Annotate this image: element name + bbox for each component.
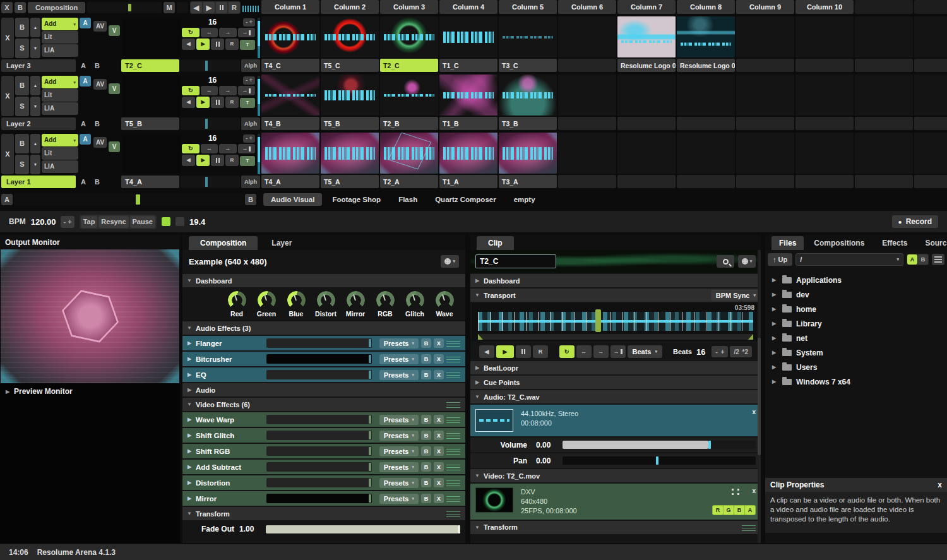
deck-a-toggle[interactable]: A: [907, 254, 917, 265]
layer-bypass-button[interactable]: B: [15, 76, 29, 95]
active-clip-name[interactable]: T2_C: [121, 59, 179, 72]
clip-slot[interactable]: [914, 16, 947, 72]
clip-slot[interactable]: [677, 74, 735, 130]
effect-row[interactable]: ▶ EQ Presets▾ B X: [182, 367, 465, 382]
clip-slot[interactable]: [736, 16, 794, 72]
blend-lia-select[interactable]: LIA: [42, 44, 78, 57]
layer-solo-button[interactable]: S: [15, 39, 29, 58]
effect-bypass-button[interactable]: B: [421, 370, 431, 379]
clip-pause-button[interactable]: [516, 345, 531, 358]
layer-transition-button[interactable]: T: [240, 156, 255, 166]
clip-loop-button[interactable]: ↻: [559, 345, 575, 358]
audio-toggle[interactable]: A: [80, 18, 91, 28]
effect-row[interactable]: ▶ Add Subtract Presets▾ B X: [182, 460, 465, 474]
crossfader-assign-b[interactable]: B: [91, 59, 104, 72]
clip-slot[interactable]: T1_A: [439, 133, 497, 188]
drag-handle-icon[interactable]: [446, 463, 460, 470]
clip-slot[interactable]: [855, 133, 913, 188]
beats-mode-dropdown[interactable]: Beats▾: [628, 345, 662, 358]
folder-row[interactable]: ▶ Windows 7 x64: [765, 374, 947, 389]
clip-slot[interactable]: [736, 133, 794, 188]
crossfader-assign-b[interactable]: B: [91, 176, 104, 188]
layer-clip-preview[interactable]: [122, 18, 181, 58]
browser-tab[interactable]: Files: [771, 236, 804, 250]
layer-clip-preview[interactable]: [122, 76, 181, 116]
clip-prev-button[interactable]: ◀: [479, 345, 494, 358]
dashboard-knob[interactable]: Glitch: [404, 291, 426, 318]
clip-slot[interactable]: T4_A: [261, 133, 319, 188]
layer-beats-value[interactable]: 16: [182, 76, 243, 85]
sync-mode-dropdown[interactable]: BPM Sync▾: [711, 290, 761, 301]
effect-bypass-button[interactable]: B: [421, 354, 431, 364]
tap-button[interactable]: Tap: [81, 216, 98, 228]
folder-row[interactable]: ▶ System: [765, 345, 947, 360]
effect-row[interactable]: ▶ Bitcrusher Presets▾ B X: [182, 352, 465, 366]
clip-slot[interactable]: T3_A: [499, 133, 557, 188]
remove-video-button[interactable]: x: [752, 487, 756, 494]
layer-name[interactable]: Layer 1: [1, 176, 76, 188]
effect-opacity-slider[interactable]: [266, 354, 372, 364]
layer-play-button[interactable]: ▶: [196, 97, 210, 108]
loop-mode-button[interactable]: ↻: [182, 28, 200, 37]
audio-effects-header[interactable]: ▼ Audio Effects (3): [182, 321, 465, 335]
clip-slot[interactable]: Resolume Logo 001: [677, 16, 735, 72]
clip-slot[interactable]: T5_A: [321, 133, 379, 188]
playhead[interactable]: [595, 309, 601, 332]
active-clip-name[interactable]: T4_A: [121, 176, 179, 188]
layer-resync-button[interactable]: R: [225, 155, 239, 166]
effect-row[interactable]: ▶ Wave Warp Presets▾ B X: [182, 412, 465, 427]
clip-name[interactable]: [855, 59, 913, 72]
drag-handle-icon[interactable]: [742, 524, 756, 531]
path-dropdown[interactable]: /▾: [795, 253, 903, 266]
crossfader-assign-a[interactable]: A: [77, 176, 90, 188]
layer-x-button[interactable]: X: [1, 18, 14, 58]
clip-hold-button[interactable]: →: [610, 345, 626, 358]
clip-name[interactable]: Resolume Logo 001: [677, 59, 735, 72]
video-toggle[interactable]: V: [109, 83, 120, 94]
folder-row[interactable]: ▶ Applications: [765, 273, 947, 287]
blend-lit-select[interactable]: Lit: [42, 147, 78, 160]
clip-name[interactable]: T4_C: [261, 59, 319, 72]
effect-remove-button[interactable]: X: [434, 370, 444, 379]
layer-solo-button[interactable]: S: [15, 155, 29, 174]
clip-name[interactable]: T3_C: [499, 59, 557, 72]
clip-slot[interactable]: [558, 16, 616, 72]
clip-slot[interactable]: [736, 74, 794, 130]
audiovisual-toggle[interactable]: AV: [93, 21, 107, 32]
folder-row[interactable]: ▶ dev: [765, 287, 947, 302]
clip-slot[interactable]: [914, 74, 947, 130]
column-header[interactable]: Column 6: [558, 0, 616, 14]
column-header[interactable]: Column 2: [321, 0, 379, 14]
bpm-value[interactable]: 120.00: [31, 217, 56, 227]
folder-row[interactable]: ▶ net: [765, 331, 947, 345]
volume-slider[interactable]: [563, 441, 756, 449]
layer-down-button[interactable]: ▼: [30, 97, 40, 116]
column-header[interactable]: Column 8: [677, 0, 735, 14]
presets-dropdown[interactable]: Presets▾: [379, 370, 419, 380]
layer-name[interactable]: Layer 2: [1, 117, 76, 130]
dashboard-header[interactable]: ▼ Dashboard: [182, 274, 465, 287]
active-clip-name[interactable]: T5_B: [121, 117, 179, 130]
hold-mode-button[interactable]: →: [238, 144, 256, 153]
play-button[interactable]: ▶: [203, 2, 215, 13]
tab[interactable]: Layer: [260, 236, 303, 250]
clip-slot[interactable]: T1_B: [439, 74, 497, 130]
channel-toggle[interactable]: G: [724, 506, 734, 515]
list-view-icon[interactable]: [932, 254, 944, 265]
crossfader-slider[interactable]: [15, 193, 243, 206]
drag-handle-icon[interactable]: [446, 495, 460, 502]
clip-name[interactable]: T1_B: [439, 117, 497, 130]
layer-transition-button[interactable]: T: [240, 98, 255, 108]
clip-name[interactable]: [914, 59, 947, 72]
presets-dropdown[interactable]: Presets▾: [379, 446, 419, 456]
remove-audio-button[interactable]: x: [752, 408, 756, 415]
clip-name[interactable]: [795, 117, 854, 130]
dashboard-knob[interactable]: RGB: [374, 291, 396, 318]
clip-name[interactable]: [914, 117, 947, 130]
drag-handle-icon[interactable]: [446, 510, 460, 517]
layer-pause-button[interactable]: [211, 39, 224, 50]
clip-slot[interactable]: [617, 133, 676, 188]
pan-slider[interactable]: [563, 456, 756, 465]
channel-toggle[interactable]: R: [713, 506, 723, 515]
clip-slot[interactable]: [795, 74, 854, 130]
